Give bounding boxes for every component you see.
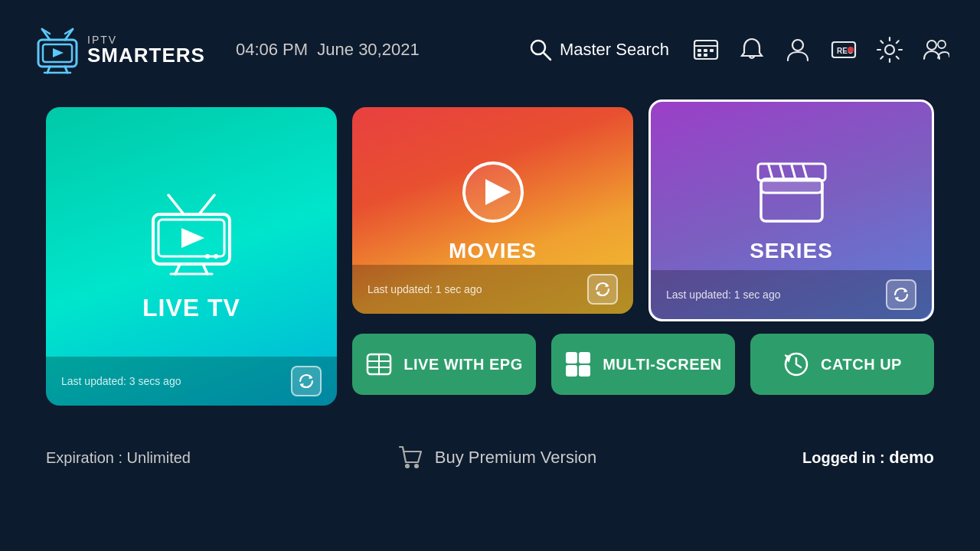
series-updated: Last updated: 1 sec ago <box>666 289 780 301</box>
svg-rect-53 <box>566 365 577 377</box>
svg-line-11 <box>544 53 550 60</box>
svg-rect-52 <box>579 352 590 364</box>
live-epg-icon <box>365 350 393 378</box>
svg-line-27 <box>199 195 214 214</box>
movies-title: MOVIES <box>449 239 537 263</box>
logo-smarters: SMARTERS <box>87 45 205 65</box>
live-epg-button[interactable]: LIVE WITH EPG <box>352 334 536 395</box>
svg-point-32 <box>214 254 218 259</box>
buy-premium-button[interactable]: Buy Premium Version <box>397 444 597 471</box>
svg-point-24 <box>927 41 936 50</box>
record-icon[interactable]: REC <box>830 36 858 64</box>
logged-in-area: Logged in : demo <box>802 448 934 468</box>
svg-rect-17 <box>697 54 701 57</box>
live-epg-label: LIVE WITH EPG <box>403 356 522 373</box>
movies-icon <box>459 158 528 227</box>
settings-icon[interactable] <box>876 36 903 64</box>
catch-up-icon <box>782 350 810 378</box>
series-footer: Last updated: 1 sec ago <box>651 270 932 319</box>
svg-marker-6 <box>53 48 64 57</box>
live-tv-updated: Last updated: 3 secs ago <box>61 375 181 387</box>
header-icons: REC <box>692 36 949 64</box>
epg-icon[interactable] <box>692 36 720 64</box>
search-area[interactable]: Master Search <box>529 38 669 61</box>
series-card[interactable]: SERIES Last updated: 1 sec ago <box>648 99 934 321</box>
movies-footer: Last updated: 1 sec ago <box>352 265 633 314</box>
svg-line-44 <box>803 165 807 179</box>
cards-row: LIVE TV Last updated: 3 secs ago <box>46 107 934 406</box>
series-icon <box>753 158 830 227</box>
live-tv-refresh[interactable] <box>291 366 322 396</box>
search-label: Master Search <box>560 40 669 60</box>
bottom-buttons: LIVE WITH EPG MULTI-SCREEN <box>352 334 934 395</box>
svg-line-42 <box>780 165 784 179</box>
svg-point-23 <box>885 45 894 54</box>
live-tv-title: LIVE TV <box>142 294 240 322</box>
datetime: 04:06 PM June 30,2021 <box>236 40 420 60</box>
logo-area: IPTV SMARTERS <box>31 23 205 77</box>
live-tv-card[interactable]: LIVE TV Last updated: 3 secs ago <box>46 107 337 406</box>
movies-refresh[interactable] <box>587 274 618 305</box>
svg-line-41 <box>769 165 773 179</box>
svg-point-57 <box>414 464 419 468</box>
live-tv-icon <box>142 191 241 279</box>
logo-text: IPTV SMARTERS <box>87 34 205 65</box>
svg-line-43 <box>792 165 795 179</box>
series-title: SERIES <box>750 239 833 263</box>
svg-marker-30 <box>181 228 204 248</box>
logged-in-label: Logged in : <box>802 449 889 466</box>
svg-point-25 <box>938 41 946 48</box>
footer: Expiration : Unlimited Buy Premium Versi… <box>0 433 980 471</box>
expiration-text: Expiration : Unlimited <box>46 449 191 467</box>
right-column: MOVIES Last updated: 1 sec ago <box>352 107 934 395</box>
svg-rect-54 <box>579 365 590 377</box>
iptv-logo-icon <box>31 23 84 77</box>
svg-rect-18 <box>704 54 707 57</box>
top-right-row: MOVIES Last updated: 1 sec ago <box>352 107 934 321</box>
logged-in-user: demo <box>889 448 934 467</box>
buy-premium-label: Buy Premium Version <box>435 448 597 468</box>
svg-point-56 <box>405 464 410 468</box>
multi-screen-button[interactable]: MULTI-SCREEN <box>551 334 735 395</box>
series-refresh[interactable] <box>886 279 916 310</box>
catch-up-button[interactable]: CATCH UP <box>750 334 934 395</box>
date-display: June 30,2021 <box>317 40 419 59</box>
svg-rect-16 <box>710 49 714 52</box>
multi-user-icon[interactable] <box>922 36 949 64</box>
movies-updated: Last updated: 1 sec ago <box>368 283 482 295</box>
svg-point-31 <box>205 254 210 259</box>
live-tv-footer: Last updated: 3 secs ago <box>46 357 337 406</box>
catch-up-label: CATCH UP <box>821 356 902 373</box>
svg-line-26 <box>168 195 184 214</box>
svg-rect-15 <box>704 49 707 52</box>
main-content: LIVE TV Last updated: 3 secs ago <box>0 99 980 433</box>
multi-screen-label: MULTI-SCREEN <box>603 356 722 373</box>
time-display: 04:06 PM <box>236 40 308 59</box>
movies-card[interactable]: MOVIES Last updated: 1 sec ago <box>352 107 633 314</box>
svg-rect-14 <box>697 49 701 52</box>
search-icon <box>529 38 552 61</box>
header: IPTV SMARTERS 04:06 PM June 30,2021 Mast… <box>0 0 980 99</box>
notification-icon[interactable] <box>738 36 766 64</box>
user-icon[interactable] <box>784 36 812 64</box>
svg-point-22 <box>848 47 854 53</box>
multi-screen-icon <box>564 350 592 378</box>
svg-rect-51 <box>566 352 577 364</box>
svg-point-19 <box>792 40 803 51</box>
cart-icon <box>397 444 424 471</box>
